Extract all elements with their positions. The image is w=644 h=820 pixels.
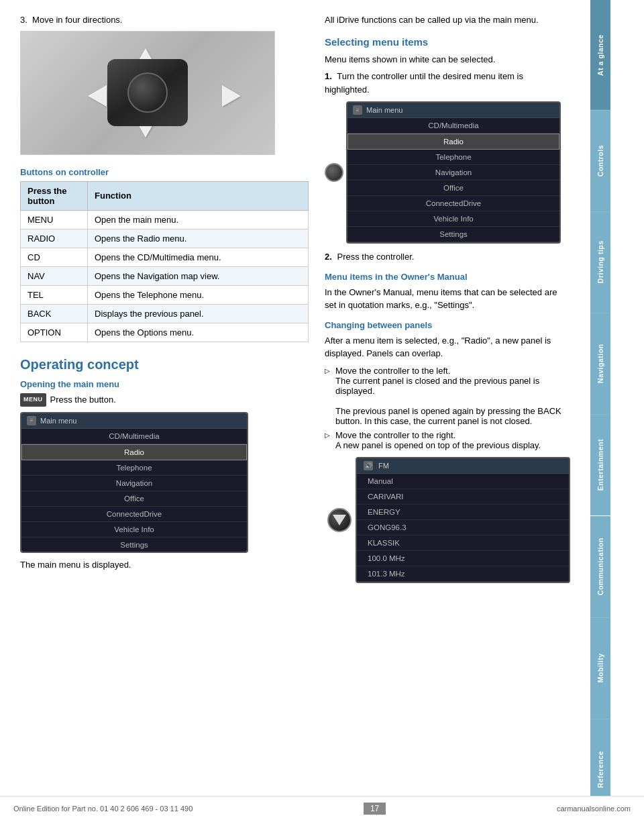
screen1-menu-item: Telephone bbox=[21, 460, 247, 476]
controller-knob bbox=[127, 72, 168, 113]
table-cell-function: Opens the Options menu. bbox=[88, 323, 309, 342]
screen1-topbar: ≡ Main menu bbox=[21, 413, 247, 429]
bullet2-sub: A new panel is opened on top of the prev… bbox=[335, 440, 541, 450]
bullet1: Move the controller to the left. The cur… bbox=[325, 366, 570, 426]
screen2-menu-item: Radio bbox=[347, 134, 559, 150]
table-cell-button: RADIO bbox=[21, 229, 88, 248]
changing-panels-title: Changing between panels bbox=[325, 320, 570, 330]
buttons-table: Press the button Function MENUOpen the m… bbox=[20, 181, 309, 342]
footer-right-text: carmanualsonline.com bbox=[557, 805, 631, 813]
fm-screen-items: ManualCARIVARIENERGYGONG96.3KLASSIK100.0… bbox=[357, 474, 569, 582]
menu-button-icon: MENU bbox=[20, 393, 46, 407]
table-col2-header: Function bbox=[88, 181, 309, 210]
fm-screen-item: GONG96.3 bbox=[357, 520, 569, 535]
fm-screen-container: 🔊 FM ManualCARIVARIENERGYGONG96.3KLASSIK… bbox=[325, 457, 570, 583]
screen1-menu-item: Navigation bbox=[21, 476, 247, 491]
fm-screen-item: 101.3 MHz bbox=[357, 566, 569, 582]
screen1-menu-item: Vehicle Info bbox=[21, 522, 247, 537]
table-cell-function: Opens the Telephone menu. bbox=[88, 285, 309, 304]
step3-header: 3. Move in four directions. bbox=[20, 13, 309, 27]
screen2-menu-item: CD/Multimedia bbox=[347, 118, 559, 134]
screen1-menu-item: Settings bbox=[21, 537, 247, 553]
operating-concept-title: Operating concept bbox=[20, 357, 309, 372]
step2-num: 2. bbox=[325, 252, 332, 262]
table-cell-button: NAV bbox=[21, 266, 88, 285]
fm-topbar-label: FM bbox=[378, 462, 389, 470]
sidebar-tab-communication[interactable]: Communication bbox=[590, 516, 610, 617]
screen2-menu-item: ConnectedDrive bbox=[347, 196, 559, 211]
screen2-menu-item: Office bbox=[347, 181, 559, 196]
screen2-menu-item: Telephone bbox=[347, 150, 559, 165]
main-menu-display-text: The main menu is displayed. bbox=[20, 558, 309, 572]
screen1-topbar-icon: ≡ bbox=[27, 416, 36, 425]
fm-screen-item: CARIVARI bbox=[357, 489, 569, 505]
table-row: BACKDisplays the previous panel. bbox=[21, 304, 309, 323]
fm-display-screen: 🔊 FM ManualCARIVARIENERGYGONG96.3KLASSIK… bbox=[356, 457, 570, 583]
sidebar-tab-mobility[interactable]: Mobility bbox=[590, 617, 610, 719]
step1-num: 1. bbox=[325, 71, 332, 81]
screen1-menu-item: Office bbox=[21, 491, 247, 507]
fm-arrow-down-shape bbox=[333, 515, 346, 525]
bullet1-sub2: The previous panel is opened again by pr… bbox=[335, 406, 561, 426]
table-row: MENUOpen the main menu. bbox=[21, 210, 309, 229]
fm-screen-item: Manual bbox=[357, 474, 569, 489]
press-button-line: MENUPress the button. bbox=[20, 393, 309, 407]
fm-screen-item: KLASSIK bbox=[357, 535, 569, 551]
sidebar-tab-driving[interactable]: Driving tips bbox=[590, 211, 610, 313]
main-menu-screen1: ≡ Main menu CD/MultimediaRadioTelephoneN… bbox=[20, 412, 248, 553]
screen2-menu-item: Vehicle Info bbox=[347, 211, 559, 227]
table-row: CDOpens the CD/Multimedia menu. bbox=[21, 248, 309, 266]
table-col1-header: Press the button bbox=[21, 181, 88, 210]
table-cell-function: Opens the Navigation map view. bbox=[88, 266, 309, 285]
table-cell-function: Opens the CD/Multimedia menu. bbox=[88, 248, 309, 266]
arrow-right-icon bbox=[222, 85, 241, 107]
sidebar-tab-entertainment[interactable]: Entertainment bbox=[590, 414, 610, 515]
page-number: 17 bbox=[364, 803, 386, 815]
step1-text: Turn the controller until the desired me… bbox=[325, 71, 523, 95]
fm-topbar: 🔊 FM bbox=[357, 458, 569, 474]
table-cell-button: BACK bbox=[21, 304, 88, 323]
table-cell-button: TEL bbox=[21, 285, 88, 304]
screen2-items: CD/MultimediaRadioTelephoneNavigationOff… bbox=[347, 118, 559, 242]
screen2-knob-icon bbox=[325, 163, 343, 182]
fm-screen-item: 100.0 MHz bbox=[357, 551, 569, 566]
screen2-topbar: ≡ Main menu bbox=[347, 103, 559, 118]
screen1-items: CD/MultimediaRadioTelephoneNavigationOff… bbox=[21, 429, 247, 553]
fm-screen-item: ENERGY bbox=[357, 505, 569, 520]
arrow-left-icon bbox=[88, 85, 107, 107]
bullet1-sub1: The current panel is closed and the prev… bbox=[335, 376, 539, 396]
sidebar-tab-at-glance[interactable]: At a glance bbox=[590, 0, 610, 110]
sidebar-tab-controls[interactable]: Controls bbox=[590, 110, 610, 211]
selecting-intro: Menu items shown in white can be selecte… bbox=[325, 53, 570, 66]
table-cell-button: OPTION bbox=[21, 323, 88, 342]
table-cell-function: Opens the Radio menu. bbox=[88, 229, 309, 248]
opening-main-menu-title: Opening the main menu bbox=[20, 379, 309, 389]
fm-arrow-icon bbox=[327, 508, 352, 532]
changing-panels-list: Move the controller to the left. The cur… bbox=[325, 366, 570, 450]
table-row: TELOpens the Telephone menu. bbox=[21, 285, 309, 304]
table-cell-button: MENU bbox=[21, 210, 88, 229]
screen1-menu-item: CD/Multimedia bbox=[21, 429, 247, 444]
table-cell-function: Displays the previous panel. bbox=[88, 304, 309, 323]
step2-line: 2. Press the controller. bbox=[325, 250, 570, 264]
controller-image bbox=[20, 31, 275, 155]
right-sidebar: At a glance Controls Driving tips Naviga… bbox=[590, 0, 610, 820]
menu-items-owners-text: In the Owner's Manual, menu items that c… bbox=[325, 286, 570, 312]
table-row: OPTIONOpens the Options menu. bbox=[21, 323, 309, 342]
table-cell-button: CD bbox=[21, 248, 88, 266]
controller-body bbox=[107, 59, 188, 126]
screen1-topbar-label: Main menu bbox=[40, 417, 76, 425]
table-cell-function: Open the main menu. bbox=[88, 210, 309, 229]
screen1-menu-item: Radio bbox=[21, 444, 247, 460]
screen2-topbar-label: Main menu bbox=[366, 106, 402, 114]
sidebar-tab-navigation[interactable]: Navigation bbox=[590, 313, 610, 414]
fm-topbar-icon: 🔊 bbox=[364, 461, 373, 470]
step1-line: 1. Turn the controller until the desired… bbox=[325, 70, 570, 96]
screen2-menu-item: Settings bbox=[347, 227, 559, 242]
screen1-menu-item: ConnectedDrive bbox=[21, 507, 247, 522]
right-intro-text: All iDrive functions can be called up vi… bbox=[325, 13, 570, 27]
step2-text: Press the controller. bbox=[337, 252, 414, 262]
changing-panels-intro: After a menu item is selected, e.g., "Ra… bbox=[325, 334, 570, 360]
fm-knob-icon bbox=[327, 508, 352, 532]
footer-text: Online Edition for Part no. 01 40 2 606 … bbox=[13, 805, 193, 813]
